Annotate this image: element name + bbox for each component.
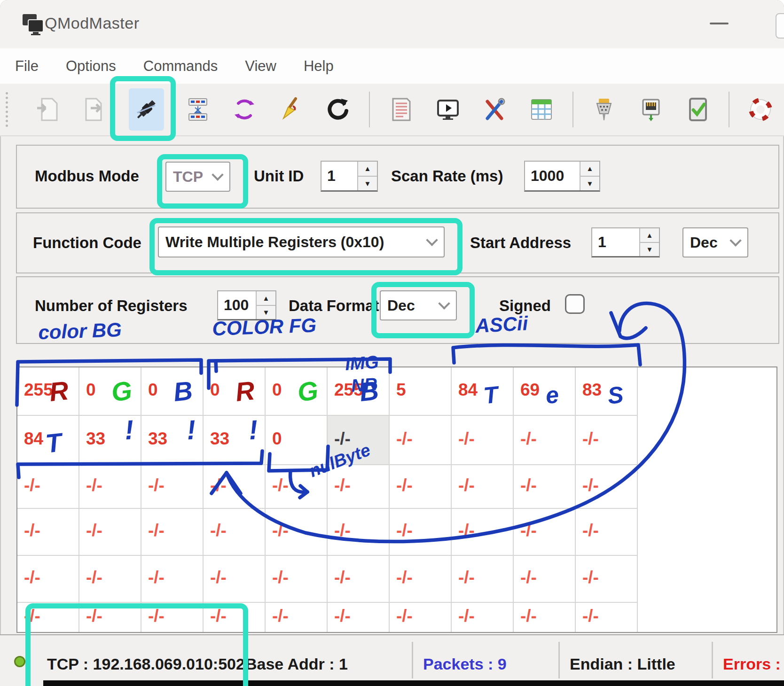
register-cell-r5c5[interactable]: -/- — [328, 603, 390, 633]
register-cell-r2c6[interactable]: -/- — [390, 465, 452, 509]
start-address-format-select[interactable]: Dec — [682, 227, 748, 257]
connect-icon[interactable] — [129, 88, 164, 131]
register-cell-r4c5[interactable]: -/- — [328, 556, 390, 603]
menu-item-file[interactable]: File — [15, 58, 39, 75]
menu-item-view[interactable]: View — [245, 58, 276, 75]
register-cell-r4c3[interactable]: -/- — [204, 556, 266, 603]
modbus-mode-select[interactable]: TCP — [165, 162, 230, 192]
register-cell-r0c7[interactable]: 84T — [452, 367, 514, 416]
maximize-button[interactable] — [776, 13, 784, 39]
register-cell-r3c3[interactable]: -/- — [204, 509, 266, 556]
spin-up-icon[interactable]: ▲ — [358, 162, 377, 177]
load-session-icon[interactable] — [35, 96, 62, 123]
signed-checkbox[interactable] — [565, 294, 585, 314]
read-write-icon[interactable] — [185, 96, 211, 123]
register-cell-r2c2[interactable]: -/- — [141, 465, 204, 509]
register-cell-r5c6[interactable]: -/- — [390, 603, 452, 633]
register-cell-r0c8[interactable]: 69e — [514, 367, 576, 416]
function-code-select[interactable]: Write Multiple Registers (0x10) — [158, 226, 445, 257]
register-cell-r1c9[interactable]: -/- — [576, 416, 638, 465]
register-cell-r0c0[interactable]: 255R — [17, 367, 79, 416]
spin-up-icon[interactable]: ▲ — [257, 291, 275, 306]
minimize-button[interactable] — [703, 11, 736, 36]
register-cell-r3c4[interactable]: -/- — [266, 509, 328, 556]
spin-down-icon[interactable]: ▼ — [358, 177, 377, 191]
register-cell-r5c9[interactable]: -/- — [576, 603, 638, 633]
register-cell-r3c8[interactable]: -/- — [514, 509, 576, 556]
register-cell-r5c1[interactable]: -/- — [79, 603, 141, 633]
register-cell-r0c6[interactable]: 5 — [390, 367, 452, 416]
menu-item-help[interactable]: Help — [304, 58, 334, 75]
register-cell-r3c1[interactable]: -/- — [79, 509, 141, 556]
toolbar-drag-handle[interactable] — [6, 92, 12, 127]
register-cell-r1c8[interactable]: -/- — [514, 416, 576, 465]
register-cell-r3c2[interactable]: -/- — [141, 509, 204, 556]
help-lifebuoy-icon[interactable] — [747, 96, 774, 123]
reset-counters-icon[interactable] — [325, 96, 352, 123]
scan-icon[interactable] — [231, 96, 258, 123]
options-check-icon[interactable] — [685, 96, 711, 123]
register-cell-r4c6[interactable]: -/- — [390, 556, 452, 603]
register-cell-r2c0[interactable]: -/- — [17, 465, 79, 509]
register-cell-r1c0[interactable]: 84T — [17, 416, 79, 465]
register-cell-r3c7[interactable]: -/- — [452, 509, 514, 556]
register-cell-r4c1[interactable]: -/- — [79, 556, 141, 603]
register-cell-r1c6[interactable]: -/- — [390, 416, 452, 465]
num-registers-stepper[interactable]: 100 ▲▼ — [217, 290, 276, 320]
scan-rate-spin-buttons[interactable]: ▲▼ — [580, 162, 599, 190]
register-cell-r0c3[interactable]: 0R — [204, 367, 266, 416]
register-cell-r1c1[interactable]: 33! — [79, 416, 141, 465]
register-cell-r5c3[interactable]: -/- — [204, 603, 266, 633]
start-address-spin-buttons[interactable]: ▲▼ — [639, 228, 659, 256]
register-cell-r4c8[interactable]: -/- — [514, 556, 576, 603]
register-cell-r4c7[interactable]: -/- — [452, 556, 514, 603]
register-cell-r3c5[interactable]: -/- — [328, 509, 390, 556]
register-cell-r1c4[interactable]: 0 — [266, 416, 328, 465]
register-cell-r2c7[interactable]: -/- — [452, 465, 514, 509]
menu-item-commands[interactable]: Commands — [143, 58, 218, 75]
register-cell-r3c6[interactable]: -/- — [390, 509, 452, 556]
register-cell-r2c3[interactable]: -/- — [204, 465, 266, 509]
log-icon[interactable] — [388, 96, 414, 123]
unit-id-spin-buttons[interactable]: ▲▼ — [357, 162, 377, 190]
register-cell-r3c0[interactable]: -/- — [17, 509, 79, 556]
register-cell-r2c1[interactable]: -/- — [79, 465, 141, 509]
start-address-stepper[interactable]: 1 ▲▼ — [591, 227, 660, 257]
register-cell-r4c4[interactable]: -/- — [266, 556, 328, 603]
register-cell-r0c9[interactable]: 83S — [576, 367, 638, 416]
num-registers-spin-buttons[interactable]: ▲▼ — [256, 291, 275, 319]
spin-down-icon[interactable]: ▼ — [257, 306, 275, 320]
register-cell-r2c5[interactable]: -/- — [328, 465, 390, 509]
scan-rate-stepper[interactable]: 1000 ▲▼ — [524, 161, 600, 192]
spin-down-icon[interactable]: ▼ — [640, 243, 659, 257]
register-cell-r2c9[interactable]: -/- — [576, 465, 638, 509]
registers-table-icon[interactable] — [528, 96, 555, 123]
serial-settings-icon[interactable] — [591, 96, 618, 123]
register-cell-r4c0[interactable]: -/- — [17, 556, 79, 603]
register-cell-r0c4[interactable]: 0G — [266, 367, 328, 416]
register-cell-r4c9[interactable]: -/- — [576, 556, 638, 603]
clear-data-icon[interactable] — [278, 96, 305, 123]
bus-monitor-icon[interactable] — [435, 96, 461, 123]
register-cell-r1c2[interactable]: 33! — [141, 416, 204, 465]
register-cell-r5c7[interactable]: -/- — [452, 603, 514, 633]
save-session-icon[interactable] — [82, 96, 108, 123]
register-cell-r5c2[interactable]: -/- — [141, 603, 204, 633]
register-cell-r5c4[interactable]: -/- — [266, 603, 328, 633]
register-cell-r2c4[interactable]: -/- — [266, 465, 328, 509]
spin-up-icon[interactable]: ▲ — [640, 228, 659, 243]
spin-up-icon[interactable]: ▲ — [580, 162, 599, 177]
register-cell-r0c1[interactable]: 0G — [79, 367, 141, 416]
network-settings-icon[interactable] — [638, 96, 664, 123]
register-cell-r0c2[interactable]: 0B — [141, 367, 204, 416]
spin-down-icon[interactable]: ▼ — [580, 177, 599, 191]
data-format-select[interactable]: Dec — [380, 290, 457, 320]
register-cell-r3c9[interactable]: -/- — [576, 509, 638, 556]
register-cell-r2c8[interactable]: -/- — [514, 465, 576, 509]
unit-id-stepper[interactable]: 1 ▲▼ — [321, 161, 378, 192]
menu-item-options[interactable]: Options — [66, 58, 116, 75]
register-cell-r0c5[interactable]: 255B — [328, 367, 390, 416]
tools-icon[interactable] — [481, 96, 508, 123]
register-cell-r5c0[interactable]: -/- — [17, 603, 79, 633]
register-cell-r5c8[interactable]: -/- — [514, 603, 576, 633]
